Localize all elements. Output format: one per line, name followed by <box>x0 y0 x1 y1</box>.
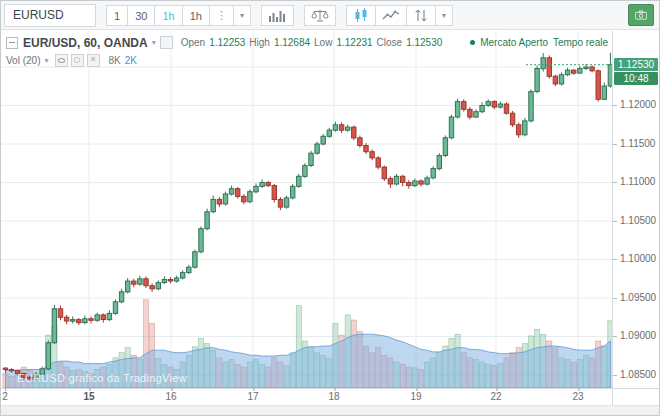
price-axis-label: 1.10000 <box>613 253 656 265</box>
chart-legend: EUR/USD, 60, OANDA ▾ Open1.12253 High1.1… <box>6 35 610 67</box>
high-value: 1.12684 <box>274 37 310 48</box>
open-value: 1.12253 <box>209 37 245 48</box>
indicators-button[interactable] <box>406 5 436 26</box>
open-label: Open <box>181 37 205 48</box>
high-label: High <box>249 37 270 48</box>
vertical-dots-icon: ⋮ <box>216 5 227 26</box>
bar-chart-icon <box>268 8 287 22</box>
market-status: Mercato Aperto Tempo reale <box>470 37 610 48</box>
indicator-settings-icon[interactable] <box>71 54 84 67</box>
axis-corner <box>612 389 659 405</box>
close-value: 1.12530 <box>406 37 442 48</box>
time-axis-label: 19 <box>410 391 421 402</box>
market-open-dot-icon <box>470 40 475 45</box>
up-down-arrows-icon <box>413 8 429 23</box>
chart-toolbar: EURUSD 1 30 1h 1h ⋮ ▾ <box>1 1 659 30</box>
price-axis-label: 1.09000 <box>613 330 656 342</box>
market-status-label: Mercato Aperto <box>480 37 548 48</box>
interval-1m-button[interactable]: 1 <box>106 5 128 26</box>
time-axis-label: 2 <box>2 391 8 402</box>
low-value: 1.12231 <box>336 37 372 48</box>
chevron-down-icon[interactable]: ▾ <box>44 56 48 65</box>
close-label: Close <box>377 37 403 48</box>
price-axis-label: 1.11500 <box>613 138 655 150</box>
volume-value: 8K <box>108 55 120 66</box>
symbol-input[interactable]: EURUSD <box>4 4 96 27</box>
interval-30m-button[interactable]: 30 <box>127 5 155 26</box>
volume-indicator-label[interactable]: Vol (20) <box>6 55 40 66</box>
legend-collapse-icon[interactable] <box>6 37 18 49</box>
time-axis-label: 23 <box>572 391 583 402</box>
legend-info-icon[interactable] <box>160 36 173 49</box>
interval-1h-button[interactable]: 1h <box>182 5 210 26</box>
time-axis-label: 16 <box>165 391 176 402</box>
indicator-remove-icon[interactable] <box>87 54 100 67</box>
ohlc-values: Open1.12253 High1.12684 Low1.12231 Close… <box>181 37 443 48</box>
bar-countdown-label: 10:48 <box>614 72 658 85</box>
volume-ma-value: 2K <box>125 55 137 66</box>
price-axis-label: 1.11000 <box>613 176 655 188</box>
low-label: Low <box>314 37 332 48</box>
price-axis-label: 1.08500 <box>613 369 656 381</box>
time-axis-label: 18 <box>328 391 339 402</box>
line-chart-style-button[interactable] <box>375 5 407 26</box>
interval-1h-active-button[interactable]: 1h <box>154 5 182 26</box>
bar-chart-style-button[interactable] <box>261 5 294 26</box>
tradingview-chart-widget: EURUSD 1 30 1h 1h ⋮ ▾ <box>0 0 660 416</box>
time-axis[interactable]: 215161718192223 <box>1 389 612 405</box>
price-axis[interactable]: 1.12530 10:48 1.120001.115001.110001.105… <box>612 31 659 388</box>
chart-canvas-area: EURUSD grafico da TradingView EUR/USD, 6… <box>1 31 612 388</box>
symbol-title[interactable]: EUR/USD, 60, OANDA <box>23 36 148 50</box>
interval-group: 1 30 1h 1h ⋮ ▾ <box>106 5 251 26</box>
style-dropdown-button[interactable]: ▾ <box>435 5 453 26</box>
realtime-label: Tempo reale <box>553 37 608 48</box>
chevron-down-icon: ▾ <box>240 5 244 26</box>
time-axis-label: 17 <box>247 391 258 402</box>
chart-canvas[interactable] <box>1 31 612 388</box>
price-axis-label: 1.12000 <box>613 99 656 111</box>
time-axis-label: 15 <box>83 391 94 402</box>
candlestick-icon <box>353 8 369 23</box>
bottom-strip <box>1 405 659 416</box>
compare-button[interactable] <box>304 5 336 26</box>
price-axis-label: 1.09500 <box>613 292 656 304</box>
scales-icon <box>311 8 329 23</box>
camera-icon <box>635 9 647 21</box>
interval-dropdown-button[interactable]: ▾ <box>233 5 251 26</box>
line-chart-icon <box>382 8 400 22</box>
snapshot-button[interactable] <box>628 4 654 26</box>
interval-menu-button[interactable]: ⋮ <box>209 5 234 26</box>
chevron-down-icon[interactable]: ▾ <box>152 38 156 47</box>
candles-style-button[interactable] <box>346 5 376 26</box>
time-axis-label: 22 <box>490 391 501 402</box>
indicator-show-hide-icon[interactable] <box>55 54 68 67</box>
current-price-label: 1.12530 <box>614 58 658 71</box>
price-axis-label: 1.10500 <box>613 215 656 227</box>
tradingview-watermark: EURUSD grafico da TradingView <box>17 372 187 384</box>
chevron-down-icon: ▾ <box>442 5 446 26</box>
current-price-wrap: 1.12530 10:48 <box>614 58 658 85</box>
